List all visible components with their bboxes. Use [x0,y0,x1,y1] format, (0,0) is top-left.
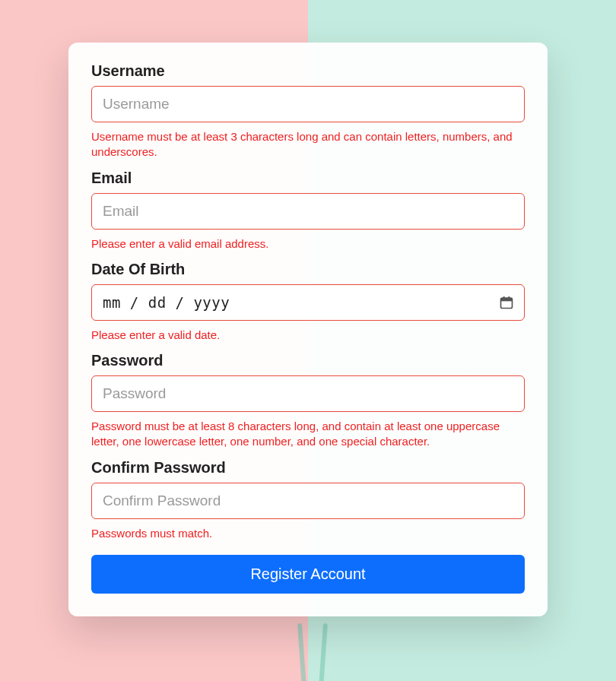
dob-input[interactable] [91,284,525,321]
confirm-password-field-group: Confirm Password Passwords must match. [91,459,525,541]
email-label: Email [91,169,525,187]
dob-input-wrapper: mm / dd / yyyy [91,284,525,321]
register-account-button[interactable]: Register Account [91,555,525,594]
username-field-group: Username Username must be at least 3 cha… [91,62,525,160]
username-label: Username [91,62,525,80]
dob-field-group: Date Of Birth mm / dd / yyyy Please ente… [91,261,525,343]
username-error: Username must be at least 3 characters l… [91,129,525,160]
confirm-password-input[interactable] [91,483,525,519]
password-label: Password [91,352,525,369]
email-field-group: Email Please enter a valid email address… [91,169,525,252]
password-error: Password must be at least 8 characters l… [91,419,525,450]
register-form-card: Username Username must be at least 3 cha… [68,43,548,616]
dob-label: Date Of Birth [91,261,525,278]
password-input[interactable] [91,375,525,412]
password-field-group: Password Password must be at least 8 cha… [91,352,525,450]
background-decoration [313,623,328,681]
email-error: Please enter a valid email address. [91,236,525,252]
email-input[interactable] [91,193,525,230]
dob-error: Please enter a valid date. [91,328,525,343]
username-input[interactable] [91,86,525,122]
confirm-password-label: Confirm Password [91,459,525,477]
confirm-password-error: Passwords must match. [91,526,525,541]
background-decoration [297,623,313,681]
